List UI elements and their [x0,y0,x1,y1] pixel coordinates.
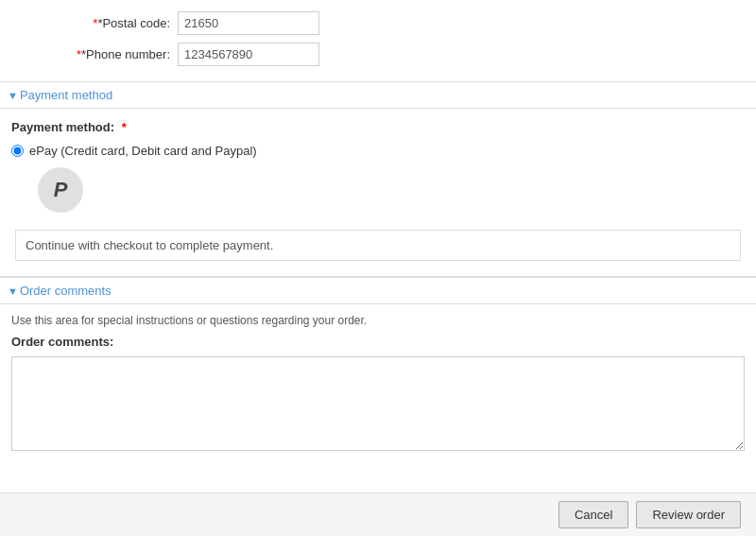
order-comments-section: Use this area for special instructions o… [0,304,756,493]
footer-bar: Cancel Review order [0,493,756,536]
epay-radio-row: ePay (Credit card, Debit card and Paypal… [11,144,745,158]
payment-method-section: Payment method: * ePay (Credit card, Deb… [0,109,756,277]
order-comments-section-header[interactable]: ▼ Order comments [0,277,756,304]
payment-method-arrow-icon: ▼ [8,90,18,101]
phone-number-input[interactable] [178,43,319,66]
payment-method-link[interactable]: Payment method [20,88,112,102]
paypal-letter: P [54,178,68,202]
order-comments-arrow-icon: ▼ [8,285,18,297]
phone-number-label: **Phone number: [19,47,170,61]
checkout-info-text: Continue with checkout to complete payme… [15,230,741,261]
epay-label: ePay (Credit card, Debit card and Paypal… [29,144,257,158]
cancel-button[interactable]: Cancel [558,501,628,528]
order-comments-link[interactable]: Order comments [20,284,112,298]
epay-radio[interactable] [11,145,24,157]
payment-method-section-header[interactable]: ▼ Payment method [0,81,756,109]
order-comments-textarea[interactable] [11,356,745,451]
review-order-button[interactable]: Review order [636,501,741,528]
payment-method-title: Payment method: * [11,120,745,134]
payment-required-star: * [122,120,127,134]
order-comments-title: Order comments: [11,335,745,349]
paypal-logo: P [38,167,83,213]
postal-code-label: **Postal code: [19,16,170,30]
postal-code-input[interactable] [178,11,319,35]
order-comments-hint: Use this area for special instructions o… [11,314,745,327]
